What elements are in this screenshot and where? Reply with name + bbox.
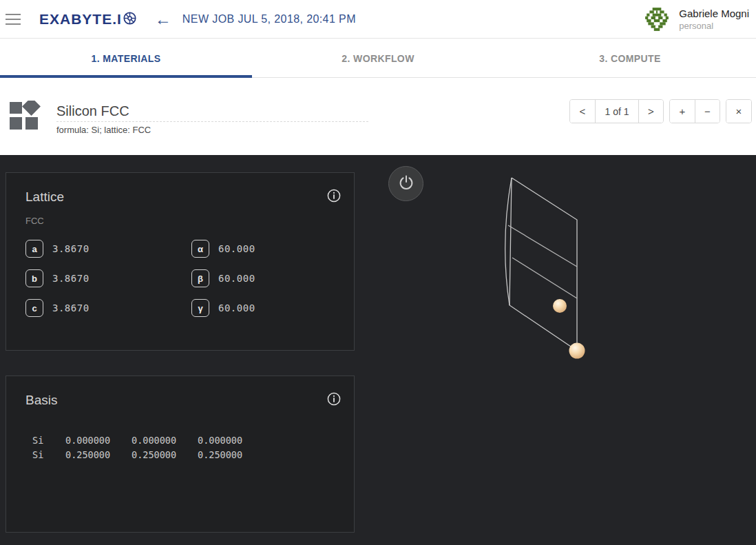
back-arrow-button[interactable]: ← bbox=[155, 11, 171, 28]
add-material-button[interactable]: + bbox=[670, 100, 695, 123]
basis-panel: Basis Si 0.000000 0.000000 0.000000 Si 0… bbox=[6, 376, 355, 533]
user-block[interactable]: Gabriele Mogni personal bbox=[644, 6, 749, 32]
lattice-parameters: a 3.8670 α 60.000 b 3.8670 β 60.000 c 3.… bbox=[25, 240, 335, 317]
param-value-a: 3.8670 bbox=[52, 243, 90, 254]
prev-material-button[interactable]: < bbox=[570, 100, 595, 123]
menu-icon[interactable] bbox=[6, 14, 22, 25]
lattice-info-icon[interactable] bbox=[327, 189, 341, 205]
exabyte-logo[interactable]: EXABYTE.I bbox=[39, 10, 137, 28]
param-badge-beta: β bbox=[191, 269, 209, 287]
close-group: × bbox=[726, 99, 752, 123]
material-workspace: Lattice FCC a 3.8670 α 60.000 b 3.8670 bbox=[0, 155, 756, 545]
user-avatar[interactable] bbox=[644, 6, 670, 32]
basis-info-icon[interactable] bbox=[327, 392, 341, 409]
tab-workflow[interactable]: 2. WORKFLOW bbox=[252, 39, 504, 77]
material-title: Silicon FCC bbox=[56, 103, 129, 119]
basis-element: Si bbox=[32, 433, 65, 448]
param-badge-a: a bbox=[25, 240, 43, 258]
job-title: NEW JOB JUL 5, 2018, 20:41 PM bbox=[182, 13, 356, 25]
basis-z: 0.250000 bbox=[198, 448, 264, 462]
basis-coordinates-table[interactable]: Si 0.000000 0.000000 0.000000 Si 0.25000… bbox=[32, 433, 264, 462]
basis-z: 0.000000 bbox=[198, 433, 264, 448]
param-value-b: 3.8670 bbox=[52, 273, 90, 284]
lattice-panel: Lattice FCC a 3.8670 α 60.000 b 3.8670 bbox=[6, 172, 355, 351]
viewer-power-button[interactable] bbox=[388, 166, 423, 201]
param-badge-alpha: α bbox=[191, 240, 209, 258]
remove-material-button[interactable]: − bbox=[695, 100, 720, 123]
basis-panel-title: Basis bbox=[25, 393, 57, 408]
basis-x: 0.000000 bbox=[65, 433, 132, 448]
param-badge-c: c bbox=[25, 299, 43, 317]
param-value-beta: 60.000 bbox=[218, 273, 255, 284]
basis-y: 0.250000 bbox=[132, 448, 198, 462]
power-icon bbox=[398, 174, 414, 194]
lattice-param-a: a 3.8670 bbox=[25, 240, 191, 258]
param-value-alpha: 60.000 bbox=[218, 243, 255, 254]
material-pager: < 1 of 1 > + − × bbox=[569, 99, 752, 123]
basis-row: Si 0.000000 0.000000 0.000000 bbox=[32, 433, 264, 448]
title-divider bbox=[56, 121, 368, 122]
lattice-param-gamma: γ 60.000 bbox=[191, 299, 335, 317]
gear-globe-icon bbox=[123, 11, 137, 28]
lattice-param-beta: β 60.000 bbox=[191, 269, 335, 287]
basis-row: Si 0.250000 0.250000 0.250000 bbox=[32, 448, 264, 462]
next-material-button[interactable]: > bbox=[638, 100, 663, 123]
atom-sphere bbox=[553, 299, 567, 313]
basis-y: 0.000000 bbox=[132, 433, 198, 448]
unit-cell-wireframe bbox=[496, 169, 606, 376]
material-squares-icon bbox=[8, 101, 41, 135]
tab-compute[interactable]: 3. COMPUTE bbox=[504, 39, 756, 77]
add-remove-group: + − bbox=[669, 99, 720, 123]
lattice-panel-title: Lattice bbox=[25, 189, 64, 205]
basis-x: 0.250000 bbox=[65, 448, 132, 462]
structure-3d-viewer[interactable] bbox=[358, 155, 756, 545]
pager-nav-group: < 1 of 1 > bbox=[569, 99, 664, 123]
material-subtitle: formula: Si; lattice: FCC bbox=[56, 125, 151, 135]
user-name: Gabriele Mogni bbox=[679, 8, 749, 19]
param-badge-b: b bbox=[25, 269, 43, 287]
lattice-param-alpha: α 60.000 bbox=[191, 240, 335, 258]
lattice-type: FCC bbox=[25, 216, 44, 226]
material-header: Silicon FCC formula: Si; lattice: FCC < … bbox=[0, 79, 756, 155]
basis-element: Si bbox=[32, 448, 65, 462]
close-material-button[interactable]: × bbox=[726, 100, 751, 123]
atom-sphere bbox=[569, 343, 585, 359]
app-header: EXABYTE.I ← NEW JOB JUL 5, 2018, 20:41 P… bbox=[0, 0, 756, 39]
param-badge-gamma: γ bbox=[191, 299, 209, 317]
lattice-param-c: c 3.8670 bbox=[25, 299, 191, 317]
user-account: personal bbox=[679, 21, 749, 31]
step-tabs: 1. MATERIALS 2. WORKFLOW 3. COMPUTE bbox=[0, 39, 756, 78]
param-value-c: 3.8670 bbox=[52, 302, 90, 313]
param-value-gamma: 60.000 bbox=[218, 302, 255, 313]
tab-materials[interactable]: 1. MATERIALS bbox=[0, 39, 252, 77]
page-indicator: 1 of 1 bbox=[595, 100, 638, 123]
lattice-param-b: b 3.8670 bbox=[25, 269, 191, 287]
logo-text: EXABYTE.I bbox=[39, 11, 122, 28]
